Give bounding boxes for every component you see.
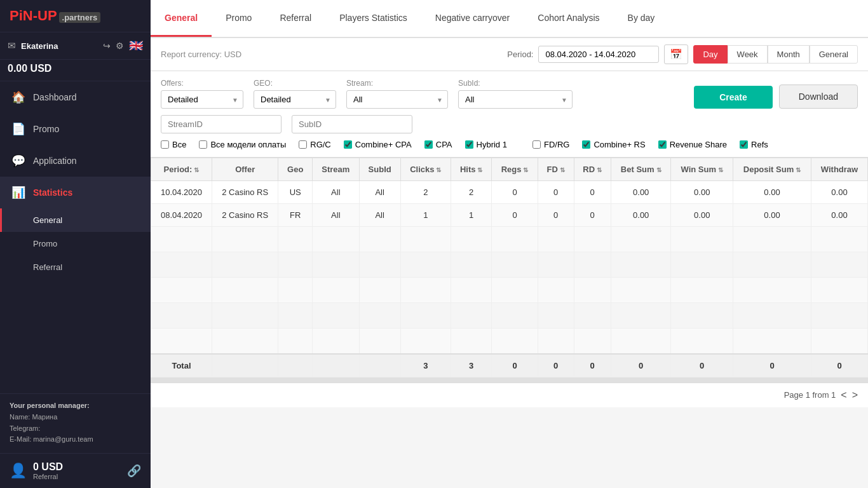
manager-telegram: Telegram: — [10, 423, 141, 435]
nav-item-referral[interactable]: Referral — [266, 0, 325, 37]
th-win-sum[interactable]: Win Sum⇅ — [671, 158, 733, 181]
empty-cell — [400, 252, 451, 278]
stream-select[interactable]: All — [346, 90, 448, 109]
total-regs: 0 — [492, 354, 538, 377]
empty-cell — [400, 303, 451, 329]
period-date-input[interactable] — [538, 46, 659, 63]
combine-rs-checkbox[interactable] — [582, 140, 590, 149]
th-stream[interactable]: Stream — [313, 158, 360, 181]
geo-select-wrapper: Detailed — [254, 90, 336, 109]
period-tab-general[interactable]: General — [810, 45, 858, 64]
checkbox-fdrd[interactable]: FD/RG — [532, 140, 569, 149]
empty-cell — [359, 252, 400, 278]
sidebar-sub-item-general[interactable]: General — [0, 208, 151, 232]
cell-bet-sum: 0.00 — [611, 204, 671, 227]
empty-cell — [811, 278, 868, 303]
logo-partners: .partners — [59, 12, 101, 23]
all-checkbox[interactable] — [161, 140, 169, 149]
period-tab-day[interactable]: Day — [693, 45, 727, 64]
nav-item-by-day[interactable]: By day — [614, 0, 669, 37]
period-tab-month[interactable]: Month — [768, 45, 810, 64]
empty-cell — [492, 227, 538, 252]
exit-icon[interactable]: ↪ — [103, 41, 111, 51]
create-button[interactable]: Create — [694, 86, 773, 109]
sidebar-item-statistics[interactable]: 📊 Statistics — [0, 177, 151, 208]
sidebar-item-application[interactable]: 💬 Application — [0, 145, 151, 177]
nav-item-negative-carryover[interactable]: Negative carryover — [421, 0, 524, 37]
settings-icon[interactable]: ⚙ — [116, 41, 124, 51]
all-models-checkbox[interactable] — [199, 140, 207, 149]
th-subid[interactable]: SubId — [359, 158, 400, 181]
download-button[interactable]: Download — [779, 85, 858, 109]
refs-checkbox[interactable] — [740, 140, 748, 149]
sidebar-item-promo[interactable]: 📄 Promo — [0, 113, 151, 145]
empty-cell — [538, 252, 574, 278]
flag-icon[interactable]: 🇬🇧 — [129, 39, 143, 53]
empty-cell — [733, 227, 811, 252]
cell-hits: 2 — [451, 181, 492, 204]
cpa-checkbox[interactable] — [424, 140, 433, 149]
pagination-next[interactable]: > — [852, 390, 858, 401]
hybrid1-label: Hybrid 1 — [477, 140, 507, 149]
calendar-button[interactable]: 📅 — [664, 44, 688, 64]
filter-row-1: Offers: Detailed GEO: Detailed — [161, 79, 858, 109]
empty-cell — [492, 303, 538, 329]
th-withdraw[interactable]: Withdraw — [811, 158, 868, 181]
checkbox-all-models[interactable]: Все модели оплаты — [199, 140, 286, 149]
checkbox-all[interactable]: Все — [161, 140, 186, 149]
rgc-checkbox[interactable] — [299, 140, 307, 149]
revenue-share-checkbox[interactable] — [658, 140, 667, 149]
th-hits[interactable]: Hits⇅ — [451, 158, 492, 181]
th-bet-sum[interactable]: Bet Sum⇅ — [611, 158, 671, 181]
link-icon[interactable]: 🔗 — [127, 464, 141, 478]
pagination-prev[interactable]: < — [841, 390, 846, 401]
empty-cell — [451, 227, 492, 252]
th-clicks[interactable]: Clicks⇅ — [400, 158, 451, 181]
nav-item-general[interactable]: General — [151, 0, 212, 37]
th-geo[interactable]: Geo — [278, 158, 313, 181]
th-fd[interactable]: FD⇅ — [538, 158, 574, 181]
nav-item-players-statistics[interactable]: Players Statistics — [325, 0, 421, 37]
total-fd: 0 — [538, 354, 574, 377]
empty-cell — [574, 252, 611, 278]
empty-cell — [492, 329, 538, 354]
period-tab-week[interactable]: Week — [728, 45, 768, 64]
empty-cell — [671, 227, 733, 252]
checkbox-cpa[interactable]: CPA — [424, 140, 452, 149]
fdrd-checkbox[interactable] — [532, 140, 541, 149]
th-deposit-sum[interactable]: Deposit Sum⇅ — [733, 158, 811, 181]
sidebar-item-dashboard[interactable]: 🏠 Dashboard — [0, 81, 151, 113]
th-period[interactable]: Period:⇅ — [151, 158, 212, 181]
subid-select[interactable]: All — [458, 90, 573, 109]
subid-text-input[interactable] — [292, 115, 412, 133]
checkbox-revenue-share[interactable]: Revenue Share — [658, 140, 727, 149]
total-withdraw: 0 — [811, 354, 868, 377]
empty-cell — [671, 303, 733, 329]
geo-select[interactable]: Detailed — [254, 90, 336, 109]
th-offer[interactable]: Offer — [212, 158, 278, 181]
total-deposit-sum: 0 — [733, 354, 811, 377]
checkbox-refs[interactable]: Refs — [740, 140, 768, 149]
combine-cpa-checkbox[interactable] — [344, 140, 352, 149]
bottom-balance-area: 0 USD Referral — [33, 461, 121, 480]
sidebar-sub-item-referral[interactable]: Referral — [0, 255, 151, 279]
nav-item-promo[interactable]: Promo — [212, 0, 266, 37]
table-total-row: Total 3 3 0 0 0 0 0 0 0 — [151, 354, 868, 377]
offers-filter: Offers: Detailed — [161, 79, 243, 109]
streamid-input[interactable] — [161, 115, 281, 133]
offers-select[interactable]: Detailed — [161, 90, 243, 109]
cell-withdraw: 0.00 — [811, 204, 868, 227]
nav-item-cohort-analysis[interactable]: Cohort Analysis — [524, 0, 613, 37]
checkbox-combine-cpa[interactable]: Combine+ CPA — [344, 140, 412, 149]
checkbox-hybrid1[interactable]: Hybrid 1 — [465, 140, 507, 149]
th-regs[interactable]: Regs⇅ — [492, 158, 538, 181]
sidebar-username: Ekaterina — [21, 41, 98, 51]
th-rd[interactable]: RD⇅ — [574, 158, 611, 181]
fdrd-label: FD/RG — [544, 140, 569, 149]
sidebar-sub-item-promo[interactable]: Promo — [0, 232, 151, 255]
hybrid1-checkbox[interactable] — [465, 140, 473, 149]
table-area: Period:⇅ Offer Geo Stream SubId Clicks⇅ … — [151, 158, 868, 377]
checkbox-rgc[interactable]: RG/C — [299, 140, 331, 149]
horizontal-scrollbar[interactable] — [151, 377, 868, 383]
checkbox-combine-rs[interactable]: Combine+ RS — [582, 140, 645, 149]
